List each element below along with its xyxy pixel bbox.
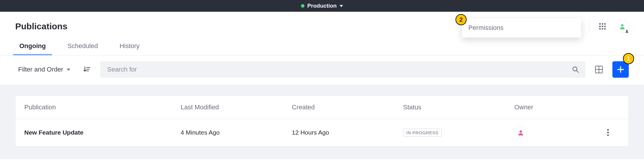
kebab-icon bbox=[607, 129, 609, 136]
environment-bar[interactable]: Production bbox=[0, 0, 644, 12]
search-icon bbox=[572, 66, 579, 73]
col-created: Created bbox=[292, 103, 403, 111]
cell-created: 12 Hours Ago bbox=[292, 129, 403, 136]
person-icon bbox=[518, 130, 524, 135]
svg-rect-4 bbox=[602, 23, 603, 25]
svg-point-26 bbox=[607, 132, 609, 133]
cell-actions bbox=[596, 126, 620, 139]
svg-rect-7 bbox=[602, 26, 603, 27]
avatar-role-badge bbox=[624, 28, 630, 34]
apps-grid-button[interactable] bbox=[596, 20, 609, 33]
cell-last-modified: 4 Minutes Ago bbox=[181, 129, 292, 136]
sort-button[interactable] bbox=[80, 63, 93, 76]
view-grid-button[interactable] bbox=[592, 63, 605, 76]
svg-line-18 bbox=[577, 71, 578, 72]
svg-point-24 bbox=[520, 130, 522, 133]
search-input[interactable] bbox=[107, 65, 567, 74]
user-avatar[interactable] bbox=[616, 20, 629, 33]
add-button[interactable]: 1 bbox=[612, 61, 629, 78]
col-owner: Owner bbox=[514, 103, 596, 111]
callout-badge-1: 1 bbox=[623, 53, 634, 64]
svg-point-13 bbox=[626, 30, 628, 31]
owner-avatar[interactable] bbox=[514, 126, 527, 139]
person-small-icon bbox=[625, 29, 628, 33]
col-last-modified: Last Modified bbox=[181, 103, 292, 111]
tabs-bar: Ongoing Scheduled History bbox=[0, 38, 644, 55]
tab-history[interactable]: History bbox=[115, 38, 143, 55]
environment-label: Production bbox=[307, 3, 337, 9]
filter-and-order-dropdown[interactable]: Filter and Order bbox=[15, 63, 73, 76]
cell-publication-name: New Feature Update bbox=[24, 129, 181, 136]
grid-view-icon bbox=[595, 66, 603, 73]
status-dot-icon bbox=[301, 4, 304, 8]
svg-point-27 bbox=[607, 135, 609, 136]
search-field[interactable] bbox=[100, 61, 585, 78]
page-header: Publications bbox=[0, 12, 644, 38]
svg-point-25 bbox=[607, 129, 609, 131]
chevron-down-icon bbox=[67, 69, 70, 71]
header-dropdown: Permissions 2 bbox=[462, 18, 581, 38]
sort-icon bbox=[83, 66, 90, 73]
toolbar: Filter and Order 1 bbox=[0, 55, 644, 85]
svg-rect-5 bbox=[604, 23, 606, 25]
tab-scheduled[interactable]: Scheduled bbox=[63, 38, 102, 55]
status-badge: IN PROGRESS bbox=[403, 129, 442, 137]
svg-rect-3 bbox=[599, 23, 601, 25]
filter-order-label: Filter and Order bbox=[18, 66, 63, 73]
svg-rect-10 bbox=[602, 28, 603, 30]
svg-rect-11 bbox=[604, 28, 606, 30]
col-publication: Publication bbox=[24, 103, 181, 111]
callout-badge-2: 2 bbox=[455, 14, 467, 25]
tab-ongoing[interactable]: Ongoing bbox=[15, 38, 50, 55]
content-area: Publication Last Modified Created Status… bbox=[0, 85, 644, 159]
svg-point-17 bbox=[573, 67, 577, 71]
svg-point-12 bbox=[621, 24, 624, 27]
row-kebab-button[interactable] bbox=[602, 126, 614, 139]
page-title: Publications bbox=[15, 21, 67, 31]
plus-icon bbox=[617, 66, 624, 73]
dropdown-item-permissions[interactable]: Permissions bbox=[468, 24, 575, 32]
svg-rect-6 bbox=[599, 26, 601, 27]
svg-rect-8 bbox=[604, 26, 606, 27]
chevron-down-icon bbox=[340, 5, 343, 7]
table-header-row: Publication Last Modified Created Status… bbox=[16, 96, 628, 119]
col-status: Status bbox=[403, 103, 514, 111]
divider bbox=[589, 21, 589, 32]
apps-grid-icon bbox=[599, 23, 606, 30]
svg-rect-9 bbox=[599, 28, 601, 30]
table-row[interactable]: New Feature Update 4 Minutes Ago 12 Hour… bbox=[16, 119, 628, 146]
cell-status: IN PROGRESS bbox=[403, 129, 514, 137]
publications-table: Publication Last Modified Created Status… bbox=[15, 95, 629, 146]
cell-owner bbox=[514, 126, 596, 139]
